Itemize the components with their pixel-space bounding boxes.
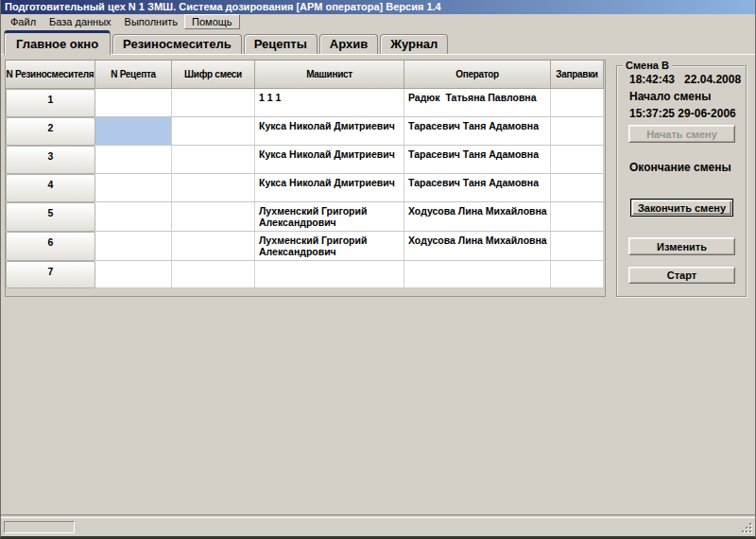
cell-recipe-no[interactable] (95, 146, 172, 174)
cell-machinist[interactable]: Лухменский Григорий Александрович (255, 202, 404, 232)
app-window: Подготовительный цех N 1 ЗМШ. Система до… (0, 0, 756, 539)
resize-grip-icon[interactable] (742, 523, 752, 533)
cell-fills[interactable] (551, 117, 604, 146)
shift-start-label: Начало смены (629, 90, 712, 103)
shift-groupbox: Смена В 18:42:43 22.04.2008 Начало смены… (616, 65, 747, 297)
cell-operator[interactable]: Тарасевич Таня Адамовна (404, 146, 551, 174)
grid-header-row: N Резиносмесителя N Рецепта Шифр смеси М… (6, 61, 605, 89)
start-button[interactable]: Старт (628, 267, 735, 284)
cell-mix-code[interactable] (172, 89, 255, 117)
cell-fills[interactable] (551, 89, 604, 117)
cell-mix-code[interactable] (172, 174, 255, 202)
table-row: 3 Кукса Николай Дмитриевич Тарасевич Тан… (6, 146, 605, 174)
column-header-mixer-no: N Резиносмесителя (6, 61, 95, 89)
cell-machinist[interactable]: Кукса Николай Дмитриевич (255, 174, 404, 202)
table-row: 2 Кукса Николай Дмитриевич Тарасевич Тан… (6, 117, 605, 146)
column-header-operator: Оператор (404, 61, 551, 89)
row-selector[interactable]: 5 (6, 202, 95, 232)
row-selector[interactable]: 6 (6, 232, 95, 261)
status-bar (1, 517, 755, 536)
end-shift-button[interactable]: Закончить смену (631, 200, 732, 216)
title-bar: Подготовительный цех N 1 ЗМШ. Система до… (1, 0, 755, 14)
table-row: 7 (6, 261, 605, 288)
menu-bar: Файл База данных Выполнить Помощь (1, 14, 755, 29)
table-row: 1 1 1 1 Радюк Татьяна Павловна (6, 89, 605, 117)
grid-empty-area (6, 288, 605, 296)
status-panel (4, 521, 75, 533)
main-page: N Резиносмесителя N Рецепта Шифр смеси М… (1, 54, 755, 515)
menu-execute[interactable]: Выполнить (118, 15, 184, 28)
shift-end-label: Окончание смены (629, 161, 731, 174)
cell-mix-code[interactable] (172, 202, 255, 232)
cell-recipe-no[interactable] (95, 202, 172, 232)
menu-help[interactable]: Помощь (184, 14, 240, 29)
cell-recipe-no[interactable] (95, 232, 172, 261)
window-title: Подготовительный цех N 1 ЗМШ. Система до… (5, 1, 441, 12)
cell-operator[interactable]: Тарасевич Таня Адамовна (404, 117, 551, 146)
table-row: 6 Лухменский Григорий Александрович Ходу… (6, 232, 605, 261)
current-date: 22.04.2008 (684, 73, 741, 86)
tab-journal[interactable]: Журнал (380, 34, 448, 54)
cell-recipe-no-selected[interactable] (95, 117, 172, 146)
tab-strip: Главное окно Резиносмеситель Рецепты Арх… (1, 29, 755, 54)
cell-machinist[interactable]: Лухменский Григорий Александрович (255, 232, 404, 261)
begin-shift-button[interactable]: Начать смену (628, 125, 735, 143)
cell-fills[interactable] (551, 146, 604, 174)
cell-operator[interactable]: Тарасевич Таня Адамовна (404, 174, 551, 202)
cell-fills[interactable] (551, 232, 604, 261)
tab-archive[interactable]: Архив (319, 34, 378, 54)
cell-machinist[interactable] (255, 261, 404, 288)
cell-mix-code[interactable] (172, 232, 255, 261)
cell-recipe-no[interactable] (95, 89, 172, 117)
cell-operator[interactable]: Радюк Татьяна Павловна (404, 89, 551, 117)
cell-fills[interactable] (551, 261, 604, 288)
cell-machinist[interactable]: Кукса Николай Дмитриевич (255, 146, 404, 174)
tab-main-window[interactable]: Главное окно (4, 30, 111, 55)
row-selector[interactable]: 2 (6, 117, 95, 146)
row-selector[interactable]: 3 (6, 146, 95, 174)
tab-rubber-mixer[interactable]: Резиносмеситель (112, 34, 242, 54)
row-selector[interactable]: 7 (6, 261, 95, 288)
cell-operator[interactable]: Ходусова Лина Михайловна (404, 202, 551, 232)
cell-operator[interactable]: Ходусова Лина Михайловна (404, 232, 551, 261)
cell-machinist[interactable]: Кукса Николай Дмитриевич (255, 117, 404, 146)
table-row: 4 Кукса Николай Дмитриевич Тарасевич Тан… (6, 174, 605, 202)
column-header-recipe-no: N Рецепта (95, 61, 172, 89)
shift-start-value: 15:37:25 29-06-2006 (629, 107, 736, 120)
cell-fills[interactable] (551, 202, 604, 232)
menu-file[interactable]: Файл (4, 15, 43, 28)
current-datetime: 18:42:43 22.04.2008 (629, 73, 741, 86)
cell-operator[interactable] (404, 261, 551, 288)
cell-machinist[interactable]: 1 1 1 (255, 89, 404, 117)
tab-recipes[interactable]: Рецепты (244, 34, 318, 54)
menu-database[interactable]: База данных (43, 15, 118, 28)
column-header-mix-code: Шифр смеси (172, 61, 255, 89)
cell-mix-code[interactable] (172, 261, 255, 288)
shift-groupbox-title: Смена В (623, 60, 672, 72)
cell-mix-code[interactable] (172, 117, 255, 146)
column-header-fills: Заправки (551, 61, 604, 89)
mixers-grid: N Резиносмесителя N Рецепта Шифр смеси М… (5, 60, 606, 297)
cell-mix-code[interactable] (172, 146, 255, 174)
cell-recipe-no[interactable] (95, 261, 172, 288)
current-time: 18:42:43 (629, 73, 675, 86)
table-row: 5 Лухменский Григорий Александрович Ходу… (6, 202, 605, 232)
cell-fills[interactable] (551, 174, 604, 202)
cell-recipe-no[interactable] (95, 174, 172, 202)
column-header-machinist: Машинист (255, 61, 404, 89)
row-selector[interactable]: 4 (6, 174, 95, 202)
row-selector[interactable]: 1 (6, 89, 95, 117)
edit-button[interactable]: Изменить (628, 237, 735, 255)
